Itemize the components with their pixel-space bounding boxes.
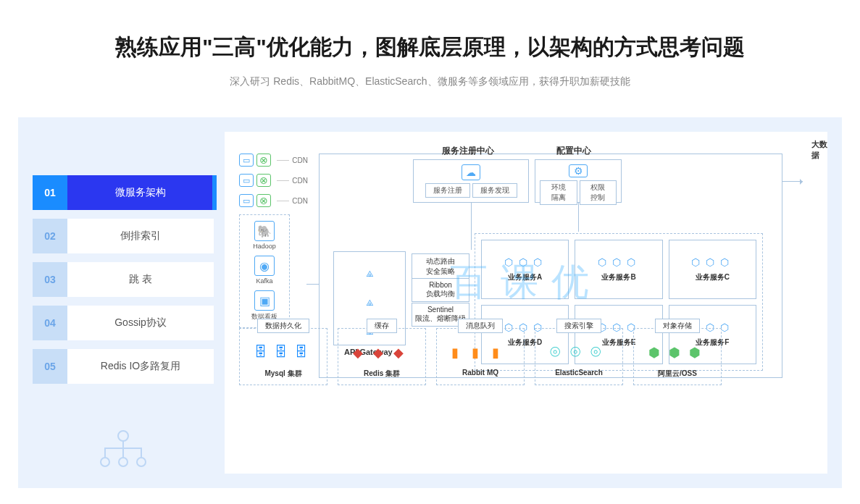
oss-icon: ⬢	[669, 345, 686, 365]
node-icon: ⬡	[691, 256, 704, 269]
service-a: ⬡⬡⬡业务服务A	[481, 240, 569, 299]
connector-line	[578, 203, 579, 232]
elasticsearch: 搜索引擎 ⦾⦾⦾ ElasticSearch	[535, 328, 623, 385]
tab-microservices[interactable]: 01 微服务架构	[33, 175, 214, 210]
mid-ribbon: Ribbon负载均衡	[412, 278, 469, 302]
es-icon: ⦾	[570, 345, 588, 365]
pill-register: 服务注册	[425, 183, 470, 198]
main-content: 01 微服务架构 02 倒排索引 03 跳 表 04 Gossip协议 05 R…	[18, 117, 842, 488]
node-icon: ⬡	[533, 256, 546, 269]
page-subtitle: 深入研习 Redis、RabbitMQ、ElasticSearch、微服务等多领…	[0, 75, 860, 88]
config-title: 配置中心	[556, 145, 591, 157]
service-c: ⬡⬡⬡业务服务C	[669, 240, 756, 299]
mq-icon: ▮	[472, 345, 489, 365]
service-registry-box: ☁ 服务注册 服务发现	[413, 159, 529, 203]
node-icon: ⬡	[519, 256, 532, 269]
tab-skiplist[interactable]: 03 跳 表	[33, 262, 214, 297]
tab-gossip[interactable]: 04 Gossip协议	[33, 306, 214, 340]
mq-icon: ▮	[492, 345, 509, 365]
dashboard-icon: ▣	[254, 290, 275, 311]
architecture-icon	[94, 427, 152, 471]
redis-icon: ◆	[373, 345, 391, 365]
tab-number: 05	[33, 349, 67, 384]
svg-point-0	[118, 431, 128, 441]
node-icon: ⬡	[706, 256, 719, 269]
cloud-icon: ☁	[462, 164, 480, 180]
bigdata-panel: 🐘Hadoop ◉Kafka ▣数据看板	[239, 214, 290, 328]
mysql-cluster: 数据持久化 🗄🗄🗄 Mysql 集群	[239, 328, 327, 385]
connector-icon: ⟁	[366, 265, 374, 280]
redis-icon: ◆	[353, 345, 370, 365]
cdn-column: ▭⊗CDN ▭⊗CDN ▭⊗CDN	[239, 154, 308, 207]
service-b: ⬡⬡⬡业务服务B	[575, 240, 662, 299]
tab-label: 微服务架构	[67, 186, 214, 199]
oss-icon: ⬢	[648, 345, 666, 365]
tab-number: 01	[33, 175, 67, 210]
group-tag: 对象存储	[655, 319, 700, 333]
group-tag: 缓存	[367, 319, 397, 333]
rabbitmq: 消息队列 ▮▮▮ Rabbit MQ	[436, 328, 525, 385]
check-icon: ⊗	[256, 174, 271, 187]
db-icon: 🗄	[295, 345, 312, 365]
es-icon: ⦾	[550, 345, 567, 365]
tab-redis-io[interactable]: 05 Redis IO多路复用	[33, 349, 214, 384]
tab-label: Gossip协议	[67, 316, 214, 329]
mq-icon: ▮	[451, 345, 469, 365]
node-icon: ⬡	[627, 256, 640, 269]
es-icon: ⦾	[590, 345, 608, 365]
tab-label: 跳 表	[67, 273, 214, 286]
group-tag: 数据持久化	[257, 319, 309, 333]
tab-label: 倒排索引	[67, 230, 214, 243]
connector-icon: ⟁	[366, 294, 374, 309]
svg-point-3	[137, 458, 146, 466]
tab-number: 04	[33, 306, 67, 340]
group-tag: 消息队列	[458, 319, 503, 333]
pill-auth: 权限控制	[580, 180, 617, 205]
architecture-diagram: 百课优 BAIKEYOU 服务注册中心 ☁ 服务注册 服务发现 配置中心 ⚙ 环…	[225, 132, 827, 474]
tab-number: 02	[33, 219, 67, 253]
kafka-icon: ◉	[254, 256, 275, 276]
oss-icon: ⬢	[689, 345, 706, 365]
registry-title: 服务注册中心	[442, 145, 494, 157]
cdn-label: CDN	[292, 197, 308, 205]
cdn-label: CDN	[292, 156, 308, 164]
svg-point-2	[119, 458, 128, 466]
sidebar-decoration-icon	[94, 427, 152, 474]
svg-point-1	[101, 458, 109, 466]
node-icon: ⬡	[504, 256, 517, 269]
page-header: 熟练应用"三高"优化能力，图解底层原理，以架构的方式思考问题 深入研习 Redi…	[0, 0, 860, 110]
tab-number: 03	[33, 262, 67, 297]
tab-label: Redis IO多路复用	[67, 360, 214, 373]
db-icon: 🗄	[275, 345, 292, 365]
cdn-label: CDN	[292, 177, 308, 185]
node-icon: ⬡	[720, 322, 733, 335]
sidebar: 01 微服务架构 02 倒排索引 03 跳 表 04 Gossip协议 05 R…	[33, 132, 214, 474]
node-icon: ⬡	[598, 256, 611, 269]
config-center-box: ⚙ 环境隔离 权限控制	[535, 159, 622, 203]
connector-line	[471, 203, 472, 250]
hadoop-icon: 🐘	[254, 221, 275, 241]
active-glow	[212, 175, 217, 210]
gear-icon: ⚙	[569, 164, 588, 177]
pill-discover: 服务发现	[472, 183, 517, 198]
monitor-icon: ▭	[239, 154, 254, 167]
bigdata-title: 大数据	[811, 139, 827, 161]
redis-icon: ◆	[393, 345, 411, 365]
monitor-icon: ▭	[239, 194, 254, 207]
pill-env: 环境隔离	[540, 180, 577, 205]
connector-line	[782, 181, 803, 182]
node-icon: ⬡	[612, 256, 625, 269]
aliyun-oss: 对象存储 ⬢⬢⬢ 阿里云/OSS	[633, 328, 722, 385]
check-icon: ⊗	[256, 154, 271, 167]
tab-inverted-index[interactable]: 02 倒排索引	[33, 219, 214, 253]
monitor-icon: ▭	[239, 174, 254, 187]
check-icon: ⊗	[256, 194, 271, 207]
node-icon: ⬡	[720, 256, 733, 269]
mid-routing: 动态路由安全策略	[412, 253, 469, 280]
page-title: 熟练应用"三高"优化能力，图解底层原理，以架构的方式思考问题	[0, 33, 860, 62]
db-icon: 🗄	[254, 345, 272, 365]
group-tag: 搜索引擎	[556, 319, 601, 333]
redis-cluster: 缓存 ◆◆◆ Redis 集群	[338, 328, 426, 385]
connector-line	[306, 284, 319, 285]
